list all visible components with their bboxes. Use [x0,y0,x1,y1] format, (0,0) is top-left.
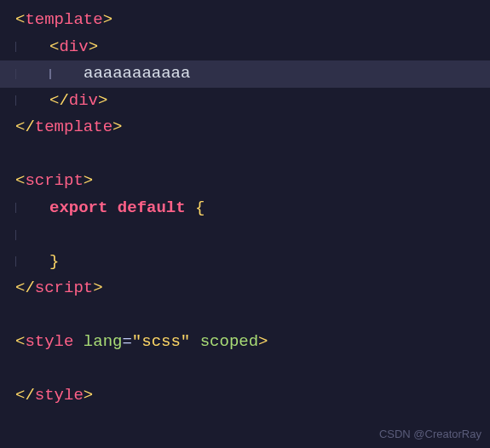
tag-div: div [69,88,98,114]
code-line-active[interactable]: aaaaaaaaaaa [0,60,490,88]
code-line[interactable]: </template> [15,114,490,141]
tag-template: template [35,114,112,141]
code-line[interactable]: </style> [15,382,490,410]
tag-script: script [25,168,83,194]
code-line[interactable]: </div> [15,88,490,115]
tag-script: script [35,275,93,302]
bracket: </ [15,275,35,302]
code-line[interactable]: <template> [15,7,490,34]
attr-value-scss: "scss" [132,329,190,355]
bracket: < [15,168,25,194]
keyword-default: default [118,195,186,221]
brace-close: } [49,249,59,275]
code-line-empty[interactable] [15,356,490,383]
attr-lang: lang [84,329,123,355]
code-editor[interactable]: <template> <div> aaaaaaaaaaa </div> </te… [0,0,490,410]
tag-div: div [59,34,88,60]
code-line[interactable]: <script> [15,168,490,195]
code-line-empty[interactable] [15,221,490,249]
bracket: > [103,7,112,33]
tag-style: style [35,382,84,409]
bracket: > [112,114,122,141]
tag-style: style [25,329,73,355]
attr-scoped: scoped [200,329,258,355]
bracket: > [98,88,107,114]
code-line-empty[interactable] [15,302,490,330]
bracket: < [15,329,25,355]
bracket: < [15,7,25,33]
text-content: aaaaaaaaaaa [84,60,190,87]
bracket: > [84,168,93,194]
bracket: </ [15,382,35,409]
bracket: > [258,329,268,355]
watermark: CSDN @CreatorRay [379,425,481,443]
tag-template: template [25,7,102,33]
brace-open: { [195,195,205,221]
code-line[interactable]: export default { [15,195,490,222]
code-line[interactable]: <div> [15,34,490,61]
equals: = [122,329,131,355]
bracket: > [89,34,98,60]
code-line-empty[interactable] [15,141,490,169]
bracket: > [93,275,102,302]
bracket: </ [49,88,69,114]
code-line[interactable]: <style lang="scss" scoped> [15,329,490,356]
bracket: > [84,382,93,409]
bracket: </ [15,114,35,141]
bracket: < [49,34,59,60]
code-line[interactable]: </script> [15,275,490,302]
keyword-export: export [49,195,107,221]
code-line[interactable]: } [15,249,490,276]
